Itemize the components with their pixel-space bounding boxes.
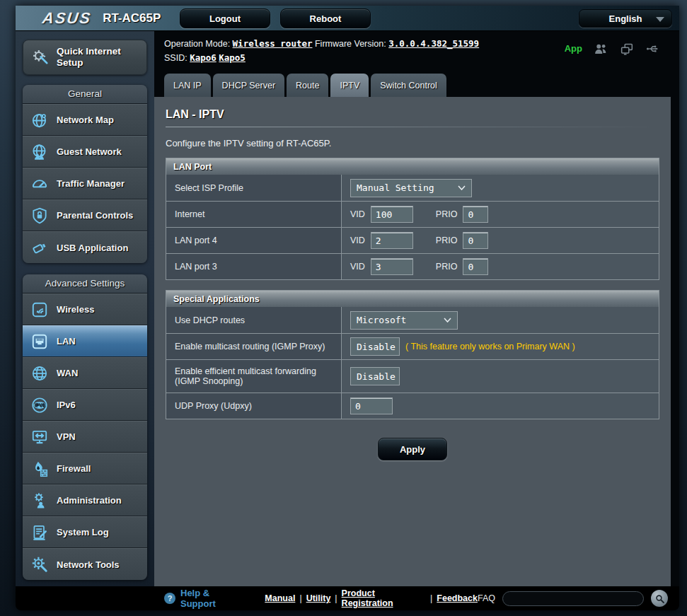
usb-application-icon (30, 238, 50, 257)
sidebar-item-vpn[interactable]: VPN (23, 421, 147, 453)
clients-icon[interactable] (593, 41, 608, 57)
isp-profile-select[interactable]: Manual Setting (350, 179, 472, 197)
asus-logo: ASUS (41, 9, 93, 28)
ipv6-icon: IPV6 (30, 395, 50, 415)
lan-port-3-prio-input[interactable] (463, 258, 488, 275)
system-log-icon (30, 523, 50, 542)
udp-proxy-cell (342, 393, 659, 419)
sidebar-item-label: Quick Internet Setup (57, 46, 139, 68)
sidebar-item-wireless[interactable]: Wireless (23, 294, 147, 325)
sidebar-item-wan[interactable]: WAN (23, 357, 147, 389)
table-row: Enable multicast routing (IGMP Proxy) Di… (166, 333, 659, 359)
dhcp-routes-select[interactable]: Microsoft (350, 311, 458, 330)
app-link[interactable]: App (565, 42, 582, 57)
tab-lan-ip[interactable]: LAN IP (164, 74, 211, 97)
igmp-proxy-value: Disable (357, 342, 396, 352)
tab-route[interactable]: Route (287, 74, 328, 97)
traffic-manager-icon (30, 174, 50, 194)
lan-port-4-label: LAN port 4 (166, 228, 342, 253)
sidebar-item-network-map[interactable]: Network Map (23, 104, 147, 136)
table-row: LAN port 3 VID PRIO (166, 253, 659, 279)
dropdown-triangle-icon (656, 17, 664, 22)
firewall-icon (30, 459, 50, 479)
prio-label: PRIO (436, 236, 458, 245)
igmp-proxy-cell: Disable ( This feature only works on Pri… (342, 334, 659, 359)
table-row: UDP Proxy (Udpxy) (166, 393, 659, 419)
sidebar-item-label: Parental Controls (57, 210, 133, 221)
language-dropdown[interactable]: English (579, 9, 672, 28)
faq-search-input[interactable] (502, 591, 644, 606)
tab-switch-control[interactable]: Switch Control (371, 74, 446, 97)
wan-icon (30, 364, 50, 383)
sidebar-item-lan[interactable]: LAN (23, 325, 147, 357)
operation-mode-label: Operation Mode: (164, 39, 230, 49)
internet-prio-input[interactable] (463, 206, 488, 223)
administration-icon (30, 491, 50, 511)
faq-search-button[interactable] (651, 590, 668, 607)
help-support-link[interactable]: Help & Support (180, 588, 246, 609)
sidebar-item-label: Administration (57, 495, 122, 506)
udp-proxy-input[interactable] (350, 397, 393, 414)
sidebar: Quick Internet Setup General Network Map (16, 31, 154, 586)
sidebar-item-parental-controls[interactable]: Parental Controls (23, 199, 147, 231)
svg-text:IPV6: IPV6 (35, 402, 45, 407)
sidebar-item-label: Wireless (57, 304, 94, 315)
sidebar-item-label: System Log (57, 527, 109, 537)
quick-setup-icon (30, 47, 50, 67)
product-registration-link[interactable]: Product Registration (342, 588, 426, 608)
sidebar-item-label: IPv6 (57, 400, 76, 410)
igmp-proxy-label: Enable multicast routing (IGMP Proxy) (166, 334, 342, 359)
dhcp-routes-label: Use DHCP routes (166, 307, 342, 333)
operation-mode-link[interactable]: Wireless router (233, 38, 313, 49)
tab-bar: LAN IP DHCP Server Route IPTV Switch Con… (154, 69, 671, 97)
igmp-snooping-select[interactable]: Disable (350, 367, 400, 385)
sidebar-item-system-log[interactable]: System Log (23, 516, 147, 548)
isp-profile-label: Select ISP Profile (166, 175, 342, 201)
special-applications-table: Special Applications Use DHCP routes Mic… (166, 290, 659, 419)
tab-iptv[interactable]: IPTV (330, 74, 369, 97)
sidebar-item-network-tools[interactable]: Network Tools (23, 548, 147, 580)
footer: ? Help & Support Manual | Utility | Prod… (16, 586, 679, 610)
sidebar-item-firewall[interactable]: Firewall (23, 453, 147, 484)
usb-status-icon[interactable] (645, 41, 661, 57)
table-row: Use DHCP routes Microsoft (166, 307, 659, 333)
ssid-link-1[interactable]: Kapo6 (190, 52, 217, 63)
apply-button[interactable]: Apply (378, 438, 447, 460)
title-divider (166, 127, 659, 127)
sidebar-item-guest-network[interactable]: Guest Network (23, 136, 147, 168)
tab-dhcp-server[interactable]: DHCP Server (213, 74, 284, 97)
sidebar-item-quick-internet-setup[interactable]: Quick Internet Setup (23, 40, 147, 75)
ssid-link-2[interactable]: Kapo5 (219, 52, 246, 63)
sidebar-item-administration[interactable]: Administration (23, 484, 147, 516)
igmp-snooping-cell: Disable (342, 360, 659, 393)
feedback-link[interactable]: Feedback (437, 593, 478, 603)
lan-port-4-prio-input[interactable] (463, 232, 488, 249)
sidebar-item-traffic-manager[interactable]: Traffic Manager (23, 168, 147, 199)
vid-label: VID (350, 209, 365, 219)
logout-button[interactable]: Logout (180, 8, 270, 28)
page-description: Configure the IPTV setting of RT-AC65P. (166, 138, 659, 149)
faq-label: FAQ (478, 593, 495, 603)
body-row: Quick Internet Setup General Network Map (16, 31, 679, 586)
chevron-down-icon (458, 185, 466, 190)
sidebar-item-label: VPN (57, 431, 76, 442)
sidebar-item-label: Network Map (57, 115, 114, 125)
isp-profile-cell: Manual Setting (342, 175, 659, 201)
igmp-proxy-note: ( This feature only works on Primary WAN… (405, 342, 575, 351)
reboot-button[interactable]: Reboot (280, 8, 371, 28)
sidebar-item-usb-application[interactable]: USB Application (23, 231, 147, 263)
table-row: Select ISP Profile Manual Setting (166, 175, 659, 201)
manual-link[interactable]: Manual (265, 593, 295, 603)
lan-port-3-vid-input[interactable] (371, 258, 413, 275)
faq-group: FAQ (478, 590, 668, 607)
devices-icon[interactable] (619, 41, 635, 57)
sidebar-item-ipv6[interactable]: IPV6 IPv6 (23, 389, 147, 421)
vpn-icon (30, 427, 50, 447)
firmware-version-link[interactable]: 3.0.0.4.382_51599 (388, 38, 479, 49)
lan-port-4-vid-input[interactable] (371, 232, 413, 249)
page-title: LAN - IPTV (166, 108, 659, 121)
section-title: General (23, 85, 147, 104)
utility-link[interactable]: Utility (306, 593, 331, 603)
internet-vid-input[interactable] (371, 206, 413, 223)
igmp-proxy-select[interactable]: Disable (350, 337, 400, 356)
